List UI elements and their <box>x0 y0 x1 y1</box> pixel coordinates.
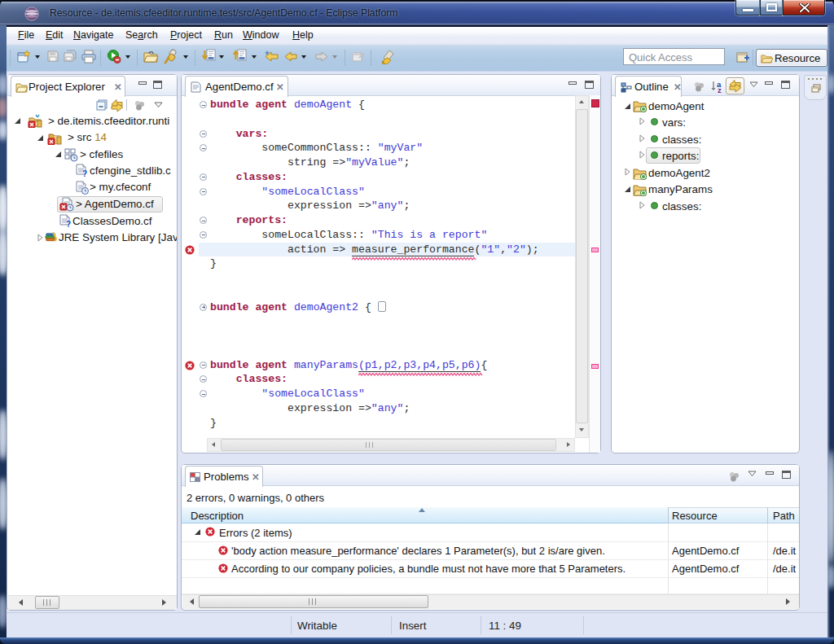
svg-text:?: ? <box>82 169 87 177</box>
svg-text:z: z <box>718 85 722 94</box>
svg-text:?: ? <box>66 220 71 228</box>
